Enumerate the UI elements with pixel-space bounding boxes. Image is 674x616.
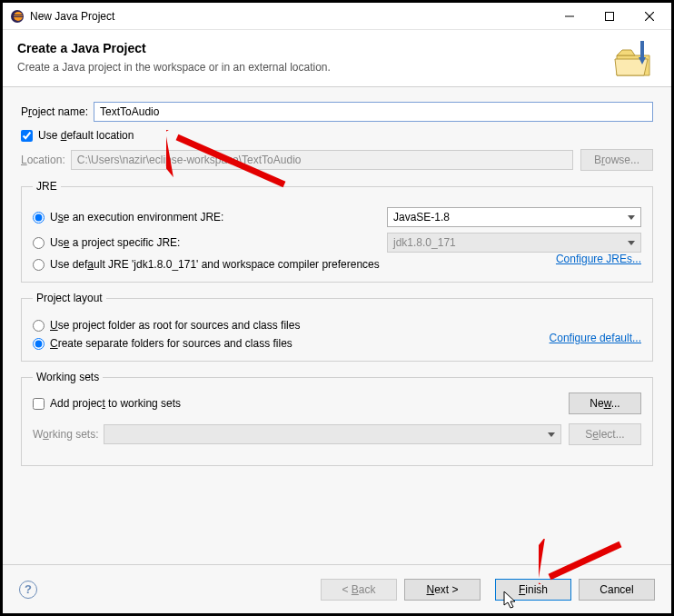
window-title: New Java Project bbox=[30, 10, 550, 23]
wizard-footer: ? < Back Next > Finish Cancel bbox=[3, 564, 671, 613]
jre-legend: JRE bbox=[33, 180, 61, 193]
close-button[interactable] bbox=[629, 4, 669, 29]
location-input bbox=[71, 150, 573, 170]
working-sets-legend: Working sets bbox=[33, 371, 103, 383]
project-layout-legend: Project layout bbox=[33, 292, 106, 304]
configure-default-link[interactable]: Configure default... bbox=[550, 332, 641, 344]
jre-project-specific-radio[interactable] bbox=[33, 237, 45, 249]
wizard-content: Project name: Use default location Locat… bbox=[3, 87, 671, 565]
configure-jres-link[interactable]: Configure JREs... bbox=[556, 253, 641, 265]
jre-default-label: Use default JRE 'jdk1.8.0_171' and works… bbox=[50, 258, 641, 271]
working-sets-label: Working sets: bbox=[33, 428, 98, 441]
wizard-banner: Create a Java Project Create a Java proj… bbox=[3, 30, 671, 87]
svg-rect-8 bbox=[640, 41, 644, 59]
new-working-set-button[interactable]: New... bbox=[569, 392, 641, 414]
jre-exec-env-dropdown[interactable]: JavaSE-1.8 bbox=[387, 207, 641, 227]
project-name-label: Project name: bbox=[21, 105, 88, 118]
browse-button: Browse... bbox=[580, 149, 653, 171]
add-to-working-sets-label: Add project to working sets bbox=[50, 397, 569, 410]
jre-group: JRE Use an execution environment JRE: Ja… bbox=[21, 180, 653, 283]
banner-subtitle: Create a Java project in the workspace o… bbox=[17, 61, 657, 74]
back-button: < Back bbox=[321, 579, 397, 601]
layout-root-radio[interactable] bbox=[33, 320, 45, 332]
help-icon[interactable]: ? bbox=[19, 581, 37, 599]
jre-project-specific-dropdown: jdk1.8.0_171 bbox=[387, 233, 641, 253]
jre-exec-env-label: Use an execution environment JRE: bbox=[50, 211, 387, 224]
working-sets-group: Working sets Add project to working sets… bbox=[21, 371, 653, 466]
project-name-input[interactable] bbox=[94, 102, 653, 122]
working-sets-dropdown bbox=[104, 424, 561, 444]
add-to-working-sets-checkbox[interactable] bbox=[33, 398, 45, 410]
next-button[interactable]: Next > bbox=[404, 579, 481, 601]
svg-rect-3 bbox=[14, 16, 23, 17]
use-default-location-label: Use default location bbox=[38, 129, 134, 142]
select-working-sets-button: Select... bbox=[569, 423, 641, 445]
banner-title: Create a Java Project bbox=[17, 41, 657, 55]
layout-root-label: Use project folder as root for sources a… bbox=[50, 319, 641, 332]
mouse-cursor-icon bbox=[502, 591, 519, 610]
project-layout-group: Project layout Use project folder as roo… bbox=[21, 292, 653, 362]
eclipse-icon bbox=[10, 9, 25, 24]
location-label: Location: bbox=[21, 154, 65, 166]
maximize-button[interactable] bbox=[590, 4, 629, 29]
cancel-button[interactable]: Cancel bbox=[579, 579, 655, 601]
titlebar: New Java Project bbox=[3, 3, 671, 30]
folder-wizard-icon bbox=[613, 39, 655, 84]
layout-separate-radio[interactable] bbox=[33, 338, 45, 350]
jre-project-specific-label: Use a project specific JRE: bbox=[50, 236, 387, 249]
use-default-location-checkbox[interactable] bbox=[21, 130, 33, 142]
svg-rect-2 bbox=[14, 15, 23, 15]
minimize-button[interactable] bbox=[550, 4, 590, 29]
svg-rect-5 bbox=[606, 12, 614, 20]
jre-default-radio[interactable] bbox=[33, 259, 45, 271]
jre-exec-env-radio[interactable] bbox=[33, 212, 45, 224]
